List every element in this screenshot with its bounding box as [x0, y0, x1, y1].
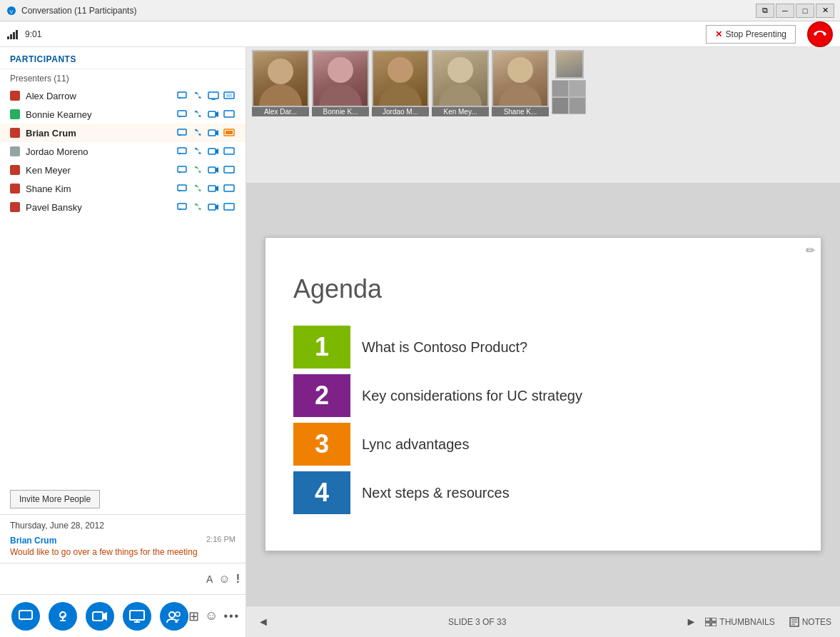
svg-rect-26	[208, 186, 216, 191]
camera-icon	[207, 109, 220, 119]
avatar	[10, 146, 20, 156]
emoji-icon[interactable]: ☺	[218, 573, 230, 586]
invite-more-people-button[interactable]: Invite More People	[10, 490, 100, 508]
video-button[interactable]	[86, 602, 114, 631]
participant-row[interactable]: Jordao Moreno	[0, 142, 246, 161]
phone-icon	[191, 91, 204, 101]
bottom-left-icons	[11, 602, 188, 631]
chat-input-icons: A ☺ !	[206, 573, 240, 586]
video-thumb-jordao[interactable]: Jordao M...	[372, 50, 429, 116]
svg-rect-30	[208, 204, 216, 210]
format-text-icon[interactable]: A	[206, 573, 213, 585]
slide-title: Agenda	[293, 274, 793, 304]
thumb-label-shane: Shane K...	[492, 107, 549, 116]
right-panel: Alex Dar... Bonnie K... Jorda	[246, 47, 840, 637]
chat-icon	[176, 146, 188, 156]
title-bar: V Conversation (11 Participants) ⧉ ─ □ ✕	[0, 0, 840, 21]
micro-thumb[interactable]	[552, 97, 569, 114]
svg-point-41	[176, 612, 180, 616]
participant-icons	[176, 184, 236, 194]
video-thumb-extra[interactable]	[552, 50, 587, 114]
thumbnails-button[interactable]: THUMBNAILS	[705, 617, 774, 627]
video-thumb-bonnie[interactable]: Bonnie K...	[312, 50, 369, 116]
end-call-button[interactable]	[807, 21, 833, 47]
slide-content: Agenda 1 What is Contoso Product? 2 Key …	[293, 274, 793, 514]
phone-active-icon	[191, 184, 204, 194]
chat-input[interactable]	[6, 573, 206, 584]
video-thumb-shane[interactable]: Shane K...	[492, 50, 549, 116]
agenda-text-1: What is Contoso Product?	[350, 339, 527, 356]
participant-row[interactable]: Shane Kim	[0, 179, 246, 198]
svg-rect-25	[178, 185, 186, 191]
prev-slide-button[interactable]: ◄	[255, 613, 272, 631]
notes-button[interactable]: NOTES	[789, 617, 831, 627]
participants-header: PARTICIPANTS	[0, 47, 246, 69]
window-controls: ⧉ ─ □ ✕	[756, 4, 834, 18]
svg-rect-42	[705, 618, 710, 621]
micro-thumb[interactable]	[569, 80, 586, 97]
presenters-label: Presenters (11)	[0, 69, 246, 86]
participant-row[interactable]: Alex Darrow	[0, 86, 246, 105]
micro-thumb[interactable]	[569, 97, 586, 114]
slide-indicator: SLIDE 3 OF 33	[278, 617, 677, 627]
svg-rect-2	[178, 92, 186, 98]
participants-list-container[interactable]: Presenters (11) Alex Darrow	[0, 69, 246, 484]
chat-icon	[176, 184, 188, 194]
phone-active-icon	[191, 165, 204, 175]
more-options-icon[interactable]: •••	[223, 610, 240, 623]
svg-rect-32	[224, 204, 234, 210]
participant-row[interactable]: Brian Crum	[0, 124, 246, 142]
participant-name: Shane Kim	[26, 184, 176, 194]
thumb-label-ken: Ken Mey...	[432, 107, 489, 116]
edit-icon[interactable]: ✏	[806, 244, 815, 257]
stop-presenting-button[interactable]: ✕ Stop Presenting	[706, 25, 796, 44]
agenda-item-3: 3 Lync advantages	[293, 423, 793, 466]
chat-button[interactable]	[11, 602, 40, 631]
camera-icon	[207, 184, 220, 194]
phone-active-icon	[191, 202, 204, 212]
agenda-text-3: Lync advantages	[350, 436, 469, 453]
agenda-text-4: Next steps & resources	[350, 485, 510, 501]
maximize-button[interactable]: □	[796, 4, 814, 18]
svg-rect-20	[224, 148, 234, 154]
svg-rect-43	[712, 618, 717, 621]
audio-button[interactable]	[49, 602, 77, 631]
camera-icon	[207, 202, 220, 212]
agenda-item-1: 1 What is Contoso Product?	[293, 326, 793, 368]
grid-icon[interactable]: ⊞	[188, 608, 199, 624]
phone-icon	[191, 146, 204, 156]
participant-icons	[176, 202, 236, 212]
chat-icon	[176, 109, 188, 119]
close-button[interactable]: ✕	[816, 4, 834, 18]
next-slide-button[interactable]: ►	[682, 613, 699, 631]
minimize-button[interactable]: ─	[776, 4, 794, 18]
share-screen-button[interactable]	[123, 602, 151, 631]
monitor-icon	[223, 202, 236, 212]
chat-input-area: A ☺ !	[0, 563, 246, 594]
svg-rect-29	[178, 204, 186, 209]
chat-time: 2:16 PM	[206, 535, 236, 543]
participants-button[interactable]	[160, 602, 188, 631]
participant-row[interactable]: Pavel Bansky	[0, 198, 246, 216]
participant-row[interactable]: Ken Meyer	[0, 161, 246, 179]
restore-button[interactable]: ⧉	[756, 4, 774, 18]
svg-rect-11	[224, 111, 234, 117]
bottom-right-icons: ⊞ ☺ •••	[188, 608, 240, 624]
micro-thumb[interactable]	[552, 80, 569, 97]
video-thumb-ken[interactable]: Ken Mey...	[432, 50, 489, 116]
emoji-icon[interactable]: ☺	[205, 608, 218, 623]
chat-icon	[176, 165, 188, 175]
video-thumb-alex[interactable]: Alex Dar...	[252, 50, 309, 116]
window-title: Conversation (11 Participants)	[21, 6, 756, 16]
participant-name: Pavel Bansky	[26, 202, 176, 213]
svg-rect-22	[208, 167, 216, 173]
agenda-number-1: 1	[293, 326, 350, 368]
notes-label: NOTES	[802, 617, 831, 627]
participant-icons	[176, 91, 236, 101]
monitor-orange-icon	[223, 128, 236, 138]
monitor-icon	[223, 146, 236, 156]
svg-rect-3	[208, 92, 218, 99]
participant-row[interactable]: Bonnie Kearney	[0, 105, 246, 124]
svg-rect-45	[712, 623, 717, 626]
alert-icon[interactable]: !	[236, 573, 240, 586]
